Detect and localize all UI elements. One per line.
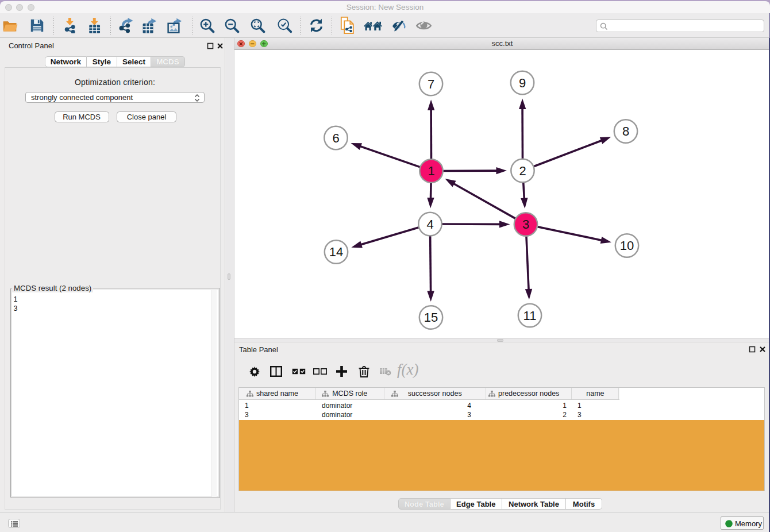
svg-text:8: 8 bbox=[622, 124, 629, 138]
svg-text:3: 3 bbox=[522, 217, 529, 232]
svg-text:11: 11 bbox=[523, 309, 537, 323]
svg-text:6: 6 bbox=[332, 131, 339, 145]
svg-text:9: 9 bbox=[519, 76, 526, 90]
svg-text:4: 4 bbox=[426, 217, 433, 232]
svg-text:10: 10 bbox=[620, 238, 634, 253]
svg-text:14: 14 bbox=[329, 245, 343, 259]
svg-text:15: 15 bbox=[424, 310, 438, 325]
svg-text:2: 2 bbox=[519, 164, 526, 178]
svg-text:7: 7 bbox=[428, 77, 434, 91]
svg-text:1: 1 bbox=[428, 164, 434, 178]
